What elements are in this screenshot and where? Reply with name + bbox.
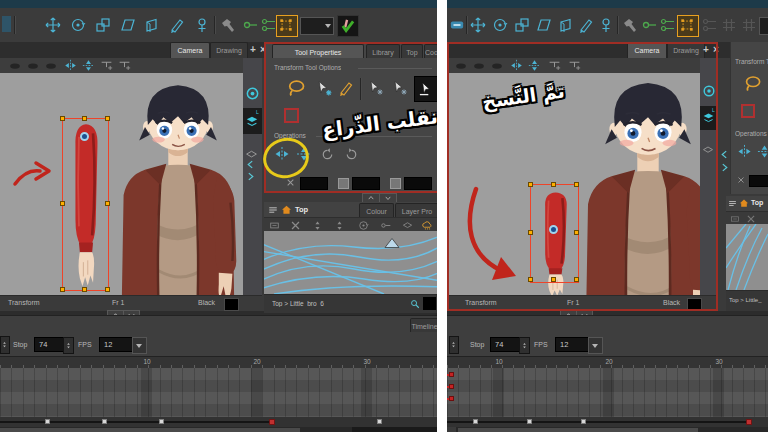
scrub-marker[interactable] — [581, 419, 586, 424]
selection-handle[interactable] — [82, 116, 87, 121]
tab-tool-properties[interactable]: Tool Properties — [272, 44, 364, 58]
add-node-icon[interactable] — [260, 17, 276, 33]
selection-handle[interactable] — [551, 277, 556, 282]
selection-handle[interactable] — [82, 287, 87, 292]
camera-canvas[interactable] — [0, 73, 243, 295]
collapse-left-icon[interactable] — [720, 150, 729, 159]
toolbar-dropdown-clipped[interactable] — [759, 17, 768, 35]
pen-tool-icon[interactable] — [169, 17, 185, 33]
tab-colour[interactable]: Colour — [359, 203, 394, 217]
selection-handle[interactable] — [105, 116, 110, 121]
align-left-icon[interactable] — [568, 59, 581, 72]
select-behind-icon[interactable] — [316, 80, 333, 97]
scale-tool-icon[interactable] — [95, 17, 111, 33]
pivot-point[interactable] — [549, 225, 558, 234]
selection-handle[interactable] — [60, 116, 65, 121]
layers-button-active[interactable]: L — [243, 108, 262, 134]
add-node-icon[interactable] — [659, 17, 675, 33]
scrub-marker[interactable] — [159, 419, 164, 424]
no-color-icon[interactable] — [286, 178, 295, 187]
flip-horizontal-button[interactable] — [737, 144, 752, 159]
selection-handle[interactable] — [574, 230, 579, 235]
tab-drawing[interactable]: Drawing — [210, 42, 248, 58]
perspective-tool-icon[interactable] — [558, 17, 574, 33]
background-color-swatch[interactable] — [687, 298, 702, 311]
keyframe-marker[interactable] — [449, 396, 454, 401]
camera-canvas[interactable]: تمَّ النَّسخ — [447, 73, 700, 295]
keyframe-marker[interactable] — [449, 372, 454, 377]
panel-menu-icon[interactable] — [268, 205, 278, 215]
color-swatch[interactable] — [300, 177, 328, 190]
stop-frame-input[interactable]: 74 — [34, 337, 66, 352]
layers-button-active[interactable]: L — [700, 106, 718, 130]
tab-layer-properties[interactable]: Layer Pro — [395, 203, 437, 217]
selection-handle[interactable] — [551, 182, 556, 187]
rigging-tool-icon[interactable] — [220, 17, 236, 33]
rotate-90-cw-button[interactable] — [320, 147, 335, 162]
translate-tool-icon[interactable] — [45, 17, 61, 33]
scale-tool-icon[interactable] — [514, 17, 530, 33]
magnifier-icon[interactable] — [410, 299, 420, 309]
align-left-icon[interactable] — [118, 59, 131, 72]
apply-button[interactable] — [337, 15, 359, 37]
snap-option-icon[interactable] — [368, 80, 384, 96]
scrub-marker[interactable] — [102, 419, 107, 424]
brush-preset-icon[interactable] — [8, 60, 22, 72]
flip-horizontal-icon[interactable] — [64, 59, 77, 72]
move-down-icon[interactable] — [334, 220, 345, 231]
timeline-grid[interactable] — [447, 368, 768, 417]
add-view-button[interactable]: + — [701, 43, 711, 57]
add-peg-icon[interactable] — [242, 17, 258, 33]
disabled-tool-icon[interactable] — [701, 17, 717, 33]
close-view-button[interactable]: × — [711, 43, 721, 57]
collapse-right-icon[interactable] — [246, 172, 255, 181]
rotate-tool-icon[interactable] — [492, 17, 508, 33]
background-color-swatch[interactable] — [224, 298, 239, 311]
disable-node-icon[interactable] — [358, 220, 369, 231]
scrub-marker[interactable] — [377, 419, 382, 424]
move-up-icon[interactable] — [312, 220, 323, 231]
tab-coordinate[interactable]: Coor — [424, 44, 437, 58]
onion-skin-icon[interactable] — [450, 18, 464, 32]
selection-handle[interactable] — [574, 182, 579, 187]
collapse-left-icon[interactable] — [246, 160, 255, 169]
node-graph-canvas[interactable] — [726, 224, 768, 290]
rotate-90-ccw-button[interactable] — [344, 147, 359, 162]
node-in-icon[interactable] — [730, 214, 740, 224]
align-top-icon[interactable] — [548, 59, 561, 72]
add-peg-icon[interactable] — [641, 17, 657, 33]
thumbnail-cloud-icon[interactable] — [421, 220, 433, 231]
panel-menu-icon[interactable] — [728, 199, 737, 208]
snap-to-grid-icon[interactable] — [392, 80, 408, 96]
tab-timeline[interactable]: Timeline — [410, 318, 437, 332]
brush-preset-icon[interactable] — [44, 60, 58, 72]
selection-handle[interactable] — [574, 277, 579, 282]
peg-mode-checkbox[interactable] — [741, 104, 755, 118]
scrollbar-handle[interactable] — [458, 428, 698, 432]
brush-preset-icon[interactable] — [490, 60, 504, 72]
lasso-select-icon[interactable] — [743, 74, 762, 93]
brush-preset-icon[interactable] — [472, 60, 486, 72]
selection-handle[interactable] — [105, 201, 110, 206]
selection-handle[interactable] — [105, 287, 110, 292]
display-node-icon[interactable] — [402, 220, 413, 231]
tab-library[interactable]: Library — [366, 44, 400, 58]
toolbar-dropdown[interactable] — [300, 17, 334, 35]
scrub-bar[interactable] — [447, 417, 768, 427]
show-selection-button-active[interactable] — [677, 15, 699, 37]
flip-vertical-icon[interactable] — [528, 59, 541, 72]
translate-tool-icon[interactable] — [470, 17, 486, 33]
node-in-icon[interactable] — [269, 220, 280, 231]
add-view-button[interactable]: + — [248, 43, 258, 57]
playhead-marker[interactable] — [269, 419, 275, 425]
home-icon[interactable] — [281, 204, 292, 215]
selection-handle[interactable] — [60, 201, 65, 206]
scrub-bar[interactable] — [0, 417, 437, 427]
horizontal-scrollbar[interactable] — [0, 427, 437, 432]
start-frame-spinner[interactable] — [0, 336, 10, 354]
scrub-marker[interactable] — [45, 419, 50, 424]
skew-tool-icon[interactable] — [536, 17, 552, 33]
show-selection-button-active[interactable] — [276, 15, 298, 37]
flip-vertical-button[interactable] — [757, 144, 768, 159]
scrollbar-left-arrow[interactable] — [447, 427, 456, 432]
